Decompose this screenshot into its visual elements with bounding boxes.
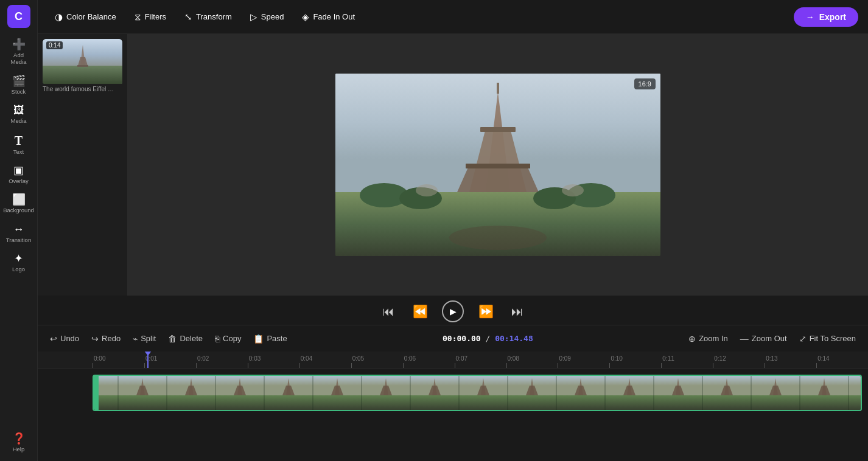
ruler-tick <box>196 363 197 368</box>
ruler-mark: 0:07 <box>455 352 506 368</box>
clip-resize-handle-left[interactable] <box>94 376 99 410</box>
sidebar-item-transition[interactable]: ↔ Transition <box>3 220 35 247</box>
logo-icon: ✦ <box>14 253 23 264</box>
copy-icon: ⎘ <box>215 334 220 344</box>
speed-button[interactable]: ▷ Speed <box>243 8 292 26</box>
ruler-label: 0:06 <box>404 355 416 362</box>
transition-icon: ↔ <box>13 224 24 235</box>
ruler-tick <box>403 363 404 368</box>
sidebar-item-label: Add Media <box>5 52 32 66</box>
undo-button[interactable]: ↩ Undo <box>45 331 84 347</box>
ruler-label: 0:04 <box>301 355 312 362</box>
color-balance-button[interactable]: ◑ Color Balance <box>47 8 124 26</box>
split-button[interactable]: ⌁ Split <box>128 331 161 347</box>
skip-to-end-button[interactable]: ⏭ <box>508 302 527 321</box>
timeline-area: 0:000:010:020:030:040:050:060:070:080:09… <box>38 352 868 461</box>
ruler-label: 0:10 <box>611 355 622 362</box>
overlay-icon: ▣ <box>13 165 24 176</box>
app-logo[interactable]: C <box>7 5 30 28</box>
stock-icon: 🎬 <box>12 75 26 86</box>
svg-point-18 <box>416 184 438 196</box>
ruler-mark: 0:05 <box>351 352 403 368</box>
ruler-tick <box>661 363 662 368</box>
svg-point-19 <box>562 184 584 196</box>
ruler-label: 0:02 <box>197 355 209 362</box>
zoom-out-button[interactable]: — Zoom Out <box>735 331 792 347</box>
sidebar-item-media[interactable]: 🖼 Media <box>3 101 35 128</box>
redo-button[interactable]: ↪ Redo <box>86 331 125 347</box>
zoom-in-button[interactable]: ⊕ Zoom In <box>684 331 733 347</box>
svg-rect-13 <box>497 83 499 94</box>
sidebar-item-add-media[interactable]: ➕ Add Media <box>3 35 35 69</box>
ruler-mark: 0:00 <box>93 352 144 368</box>
svg-rect-21 <box>94 395 861 410</box>
sidebar-item-label: Text <box>13 148 24 155</box>
sidebar-item-background[interactable]: ⬜ Background <box>3 190 35 217</box>
playhead[interactable] <box>147 352 149 368</box>
svg-marker-10 <box>457 165 539 192</box>
fit-to-screen-button[interactable]: ⤢ Fit To Screen <box>794 331 861 347</box>
skip-end-icon: ⏭ <box>511 305 523 319</box>
ruler-label: 0:11 <box>662 355 674 362</box>
sidebar-item-help[interactable]: ❓ Help <box>3 429 35 456</box>
ruler-label: 0:09 <box>559 355 570 362</box>
copy-button[interactable]: ⎘ Copy <box>210 331 246 347</box>
ruler-mark: 0:01 <box>144 352 196 368</box>
total-time: 00:14.48 <box>495 334 533 343</box>
sidebar-item-label: Stock <box>12 88 26 95</box>
zoom-out-icon: — <box>740 334 749 344</box>
delete-button[interactable]: 🗑 Delete <box>163 331 208 347</box>
undo-icon: ↩ <box>50 334 57 344</box>
top-bar: ◑ Color Balance ⧖ Filters ⤡ Transform ▷ … <box>38 0 868 34</box>
time-display: 00:00.00 / 00:14.48 <box>295 334 682 343</box>
ruler-mark: 0:09 <box>558 352 609 368</box>
paste-button[interactable]: 📋 Paste <box>248 331 292 347</box>
workspace: 0:14 The world famous Eiffel … <box>38 34 868 296</box>
ruler-tick <box>765 363 765 368</box>
fade-in-out-button[interactable]: ◈ Fade In Out <box>295 8 362 26</box>
fast-forward-button[interactable]: ⏩ <box>476 302 495 321</box>
clip-thumbnails-svg: // Draw repeated thumbnails <box>94 376 861 410</box>
fast-forward-icon: ⏩ <box>478 304 494 319</box>
canvas-area: 16:9 <box>128 34 868 296</box>
sidebar-item-overlay[interactable]: ▣ Overlay <box>3 161 35 188</box>
ruler-marks: 0:000:010:020:030:040:050:060:070:080:09… <box>93 352 868 368</box>
ruler-mark: 0:11 <box>661 352 713 368</box>
skip-start-icon: ⏮ <box>382 305 394 319</box>
sidebar-item-label: Transition <box>6 237 31 243</box>
ruler-mark: 0:13 <box>765 352 816 368</box>
svg-point-7 <box>449 226 547 250</box>
ruler-tick <box>713 363 713 368</box>
ruler-mark: 0:03 <box>248 352 299 368</box>
media-icon: 🖼 <box>13 105 24 116</box>
play-pause-button[interactable]: ▶ <box>442 300 464 322</box>
zoom-in-icon: ⊕ <box>688 334 696 344</box>
sidebar-item-logo[interactable]: ✦ Logo <box>3 249 35 276</box>
skip-to-start-button[interactable]: ⏮ <box>379 302 398 321</box>
ruler-container: 0:000:010:020:030:040:050:060:070:080:09… <box>93 352 868 368</box>
svg-rect-4 <box>77 65 88 67</box>
ruler-label: 0:14 <box>817 355 829 362</box>
sidebar-item-text[interactable]: T Text <box>3 131 35 159</box>
sidebar-item-stock[interactable]: 🎬 Stock <box>3 72 35 99</box>
zoom-controls: ⊕ Zoom In — Zoom Out ⤢ Fit To Screen <box>684 331 861 347</box>
ruler-mark: 0:02 <box>196 352 248 368</box>
ruler-tick <box>248 363 248 368</box>
ruler-tick <box>93 363 93 368</box>
track-content[interactable]: // Draw repeated thumbnails <box>93 372 868 414</box>
export-button[interactable]: → Export <box>794 7 858 27</box>
main-content: ◑ Color Balance ⧖ Filters ⤡ Transform ▷ … <box>38 0 868 461</box>
ruler-tick <box>816 363 817 368</box>
rewind-button[interactable]: ⏪ <box>410 302 430 321</box>
filters-button[interactable]: ⧖ Filters <box>127 8 173 26</box>
sidebar-help-label: Help <box>13 446 25 452</box>
video-clip[interactable]: // Draw repeated thumbnails <box>93 375 862 411</box>
svg-rect-20 <box>94 376 861 395</box>
transform-button[interactable]: ⤡ Transform <box>177 8 239 26</box>
split-icon: ⌁ <box>133 334 138 344</box>
media-item[interactable]: 0:14 The world famous Eiffel … <box>43 39 122 92</box>
sidebar-item-label: Overlay <box>9 178 29 184</box>
playback-controls: ⏮ ⏪ ▶ ⏩ ⏭ <box>38 296 868 325</box>
ruler-mark: 0:04 <box>299 352 351 368</box>
background-icon: ⬜ <box>12 194 26 205</box>
